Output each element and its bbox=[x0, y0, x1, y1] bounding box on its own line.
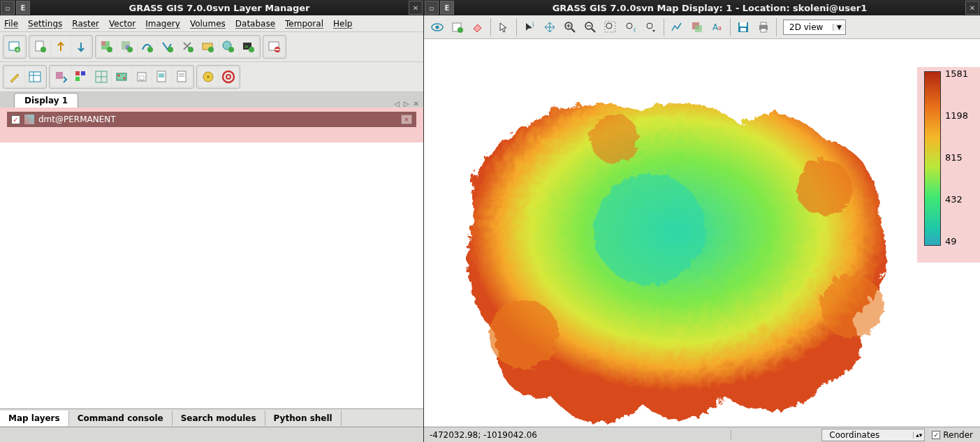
settings-button[interactable] bbox=[198, 67, 218, 87]
svg-rect-23 bbox=[275, 49, 279, 50]
svg-point-46 bbox=[223, 71, 234, 82]
display-tab[interactable]: Display 1 bbox=[14, 93, 78, 108]
attribute-table-button[interactable] bbox=[25, 67, 45, 87]
save-display-button[interactable] bbox=[734, 18, 752, 36]
legend-tick: 815 bbox=[945, 152, 963, 163]
minimize-icon[interactable]: ▫ bbox=[425, 1, 439, 15]
add-vector-misc-button[interactable] bbox=[158, 37, 177, 57]
pointer-button[interactable] bbox=[495, 18, 513, 36]
composer-button[interactable] bbox=[152, 67, 172, 87]
chevron-updown-icon[interactable]: ▴▾ bbox=[913, 432, 924, 439]
menu-help[interactable]: Help bbox=[333, 19, 352, 29]
add-group-button[interactable] bbox=[198, 37, 218, 57]
add-command-button[interactable]: >_ bbox=[239, 37, 258, 57]
erase-map-button[interactable] bbox=[469, 18, 487, 36]
georectify-button[interactable] bbox=[112, 67, 131, 87]
layer-tree[interactable]: ✓ dmt@PERMANENT × bbox=[0, 108, 423, 408]
tab-map-layers[interactable]: Map layers bbox=[0, 411, 69, 426]
add-overlay-button[interactable] bbox=[178, 37, 198, 57]
layer-remove-icon[interactable]: × bbox=[401, 115, 412, 124]
tab-prev-icon[interactable]: ◁ bbox=[393, 100, 401, 108]
overlay-button[interactable] bbox=[688, 18, 706, 36]
new-display-button[interactable]: + bbox=[5, 37, 24, 57]
zoom-extent-button[interactable] bbox=[601, 18, 620, 36]
import-vector-button[interactable] bbox=[71, 67, 91, 87]
svg-point-11 bbox=[147, 47, 153, 52]
tab-search-modules[interactable]: Search modules bbox=[173, 411, 265, 426]
app-icon[interactable]: E bbox=[16, 1, 30, 15]
add-text-button[interactable]: Aa bbox=[708, 18, 726, 36]
svg-text:i: i bbox=[532, 21, 534, 28]
zoom-last-button[interactable] bbox=[622, 18, 640, 36]
toolbar-row-1: + >_ bbox=[0, 32, 423, 62]
tab-next-icon[interactable]: ▷ bbox=[402, 100, 411, 108]
add-vector-button[interactable] bbox=[138, 37, 157, 57]
svg-point-13 bbox=[188, 47, 193, 52]
workspace-open-button[interactable] bbox=[51, 37, 71, 57]
bottom-tabbar: Map layers Command console Search module… bbox=[0, 408, 423, 427]
svg-rect-40 bbox=[159, 73, 164, 78]
menu-volumes[interactable]: Volumes bbox=[190, 19, 226, 29]
import-raster-button[interactable] bbox=[51, 67, 71, 87]
statusbar-right: -472032.98; -1019042.06 Coordinates ▴▾ ✓… bbox=[424, 427, 980, 442]
remove-layer-button[interactable] bbox=[265, 37, 284, 57]
svg-point-47 bbox=[226, 75, 231, 79]
tab-command-console[interactable]: Command console bbox=[69, 411, 173, 426]
svg-rect-69 bbox=[740, 22, 747, 27]
add-wms-button[interactable] bbox=[219, 37, 238, 57]
chevron-down-icon[interactable]: ▼ bbox=[833, 24, 845, 31]
help-button[interactable] bbox=[219, 67, 238, 87]
zoom-out-button[interactable] bbox=[581, 18, 599, 36]
menu-imagery[interactable]: Imagery bbox=[145, 19, 180, 29]
pan-button[interactable] bbox=[541, 18, 559, 36]
workspace-new-button[interactable] bbox=[31, 37, 50, 57]
view-mode-select[interactable]: 2D view ▼ bbox=[783, 20, 846, 35]
svg-text:+: + bbox=[15, 47, 20, 53]
render-checkbox[interactable]: ✓ bbox=[932, 431, 940, 439]
titlebar-right: ▫ E GRASS GIS 7.0.0svn Map Display: 1 - … bbox=[424, 0, 980, 15]
raster-calc-button[interactable] bbox=[92, 67, 111, 87]
zoom-menu-button[interactable] bbox=[642, 18, 660, 36]
modeler-button[interactable]: ◻ bbox=[132, 67, 152, 87]
svg-point-12 bbox=[168, 47, 173, 52]
workspace-save-button[interactable] bbox=[71, 37, 91, 57]
close-icon[interactable]: ✕ bbox=[965, 1, 979, 15]
close-icon[interactable]: ✕ bbox=[409, 1, 423, 15]
tab-python-shell[interactable]: Python shell bbox=[265, 411, 342, 426]
svg-text:◻: ◻ bbox=[139, 73, 145, 81]
render-toggle[interactable]: ✓ Render bbox=[932, 430, 980, 440]
menu-database[interactable]: Database bbox=[235, 19, 275, 29]
edit-vector-button[interactable] bbox=[5, 67, 24, 87]
rerender-map-button[interactable] bbox=[448, 18, 467, 36]
print-button[interactable] bbox=[754, 18, 773, 36]
menu-raster[interactable]: Raster bbox=[72, 19, 99, 29]
add-raster-misc-button[interactable] bbox=[117, 37, 137, 57]
query-button[interactable]: i bbox=[520, 18, 539, 36]
minimize-icon[interactable]: ▫ bbox=[1, 1, 15, 15]
svg-point-45 bbox=[207, 75, 210, 78]
script-button[interactable] bbox=[173, 67, 192, 87]
status-mode-select[interactable]: Coordinates ▴▾ bbox=[821, 429, 925, 441]
window-title: GRASS GIS 7.0.0svn Map Display: 1 - Loca… bbox=[455, 3, 965, 13]
svg-point-76 bbox=[819, 273, 882, 336]
svg-rect-6 bbox=[101, 41, 105, 45]
map-toolbar: i Aa 2D view ▼ bbox=[424, 15, 980, 39]
svg-point-75 bbox=[794, 158, 850, 214]
tab-close-icon[interactable]: ✕ bbox=[412, 100, 420, 108]
render-map-button[interactable] bbox=[428, 18, 446, 36]
legend-tick: 432 bbox=[945, 194, 963, 205]
layer-item-dmt[interactable]: ✓ dmt@PERMANENT × bbox=[7, 112, 416, 127]
zoom-in-button[interactable] bbox=[561, 18, 579, 36]
menu-file[interactable]: File bbox=[4, 19, 18, 29]
layer-checkbox[interactable]: ✓ bbox=[11, 115, 20, 124]
map-canvas[interactable]: 1581 1198 815 432 49 bbox=[424, 39, 980, 427]
svg-rect-28 bbox=[75, 71, 80, 75]
app-icon[interactable]: E bbox=[440, 1, 454, 15]
add-raster-button[interactable] bbox=[97, 37, 117, 57]
menu-vector[interactable]: Vector bbox=[109, 19, 136, 29]
menu-temporal[interactable]: Temporal bbox=[285, 19, 323, 29]
menu-settings[interactable]: Settings bbox=[28, 19, 62, 29]
analyze-button[interactable] bbox=[668, 18, 686, 36]
dem-raster bbox=[431, 67, 899, 427]
svg-rect-73 bbox=[761, 29, 766, 32]
